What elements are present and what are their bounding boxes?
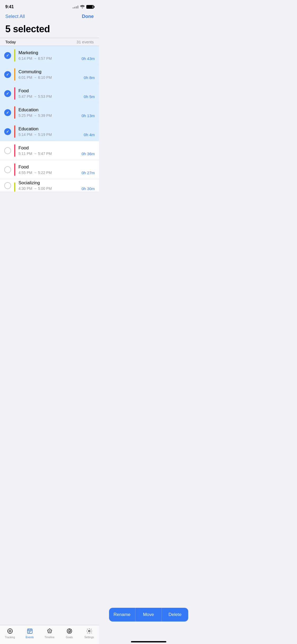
event-duration: 0h 36m [82,151,95,156]
section-label: Today [5,40,16,44]
event-name: Food [18,164,95,170]
event-info: Food4:55 PM → 5:22 PM0h 27m [18,164,95,175]
checkbox[interactable] [4,166,11,173]
list-item[interactable]: Food5:47 PM → 5:53 PM0h 5m [0,84,99,103]
color-bar [14,68,15,81]
color-bar [14,87,15,100]
list-item[interactable]: Education5:14 PM → 5:19 PM0h 4m [0,122,99,141]
color-bar [14,182,15,192]
event-name: Socializing [18,180,95,186]
event-info: Food5:11 PM → 5:47 PM0h 36m [18,145,95,156]
status-time: 9:41 [5,4,14,9]
color-bar [14,144,15,157]
event-info: Commuting6:01 PM → 6:10 PM0h 8m [18,69,95,80]
page-title: 5 selected [5,24,94,35]
event-time-range: 4:55 PM → 5:22 PM [18,171,52,175]
events-list: Marketing6:14 PM → 6:57 PM0h 43mCommutin… [0,46,99,192]
list-item[interactable]: Socializing4:30 PM → 5:00 PM0h 30m [0,179,99,192]
title-section: 5 selected [0,22,99,38]
list-item[interactable]: Food5:11 PM → 5:47 PM0h 36m [0,141,99,160]
event-info: Marketing6:14 PM → 6:57 PM0h 43m [18,50,95,61]
section-count: 31 events [77,40,94,44]
event-name: Food [18,88,95,94]
checkbox[interactable] [4,109,11,116]
event-name: Marketing [18,50,95,56]
event-duration: 0h 13m [82,113,95,118]
select-all-button[interactable]: Select All [5,14,25,19]
event-duration: 0h 4m [84,132,95,137]
event-name: Food [18,145,95,151]
header: Select All Done [0,12,99,22]
event-duration: 0h 5m [84,94,95,99]
wifi-icon [80,5,85,9]
done-button[interactable]: Done [82,14,94,19]
event-time-range: 5:11 PM → 5:47 PM [18,151,52,156]
event-info: Food5:47 PM → 5:53 PM0h 5m [18,88,95,99]
event-duration: 0h 27m [82,171,95,175]
event-time-row: 5:25 PM → 5:39 PM0h 13m [18,113,95,118]
checkbox[interactable] [4,147,11,154]
event-time-range: 5:14 PM → 5:19 PM [18,132,52,137]
event-time-row: 6:01 PM → 6:10 PM0h 8m [18,75,95,80]
checkbox[interactable] [4,52,11,59]
event-time-row: 4:55 PM → 5:22 PM0h 27m [18,171,95,175]
checkbox[interactable] [4,182,11,189]
checkbox[interactable] [4,90,11,97]
list-item[interactable]: Education5:25 PM → 5:39 PM0h 13m [0,103,99,122]
event-time-range: 6:01 PM → 6:10 PM [18,75,52,80]
event-info: Socializing4:30 PM → 5:00 PM0h 30m [18,180,95,191]
list-item[interactable]: Food4:55 PM → 5:22 PM0h 27m [0,160,99,179]
event-time-row: 5:14 PM → 5:19 PM0h 4m [18,132,95,137]
event-time-range: 6:14 PM → 6:57 PM [18,56,52,61]
checkbox[interactable] [4,71,11,78]
color-bar [14,106,15,119]
color-bar [14,163,15,176]
list-item[interactable]: Marketing6:14 PM → 6:57 PM0h 43m [0,46,99,65]
event-name: Education [18,126,95,132]
color-bar [14,49,15,62]
list-item[interactable]: Commuting6:01 PM → 6:10 PM0h 8m [0,65,99,84]
event-name: Education [18,107,95,113]
event-info: Education5:14 PM → 5:19 PM0h 4m [18,126,95,137]
event-time-row: 5:11 PM → 5:47 PM0h 36m [18,151,95,156]
section-header: Today 31 events [0,38,99,46]
event-time-range: 5:25 PM → 5:39 PM [18,113,52,118]
battery-icon [86,5,94,9]
event-duration: 0h 43m [82,56,95,61]
event-time-row: 5:47 PM → 5:53 PM0h 5m [18,94,95,99]
event-info: Education5:25 PM → 5:39 PM0h 13m [18,107,95,118]
status-bar: 9:41 [0,0,99,12]
event-time-range: 4:30 PM → 5:00 PM [18,186,52,191]
event-name: Commuting [18,69,95,75]
color-bar [14,125,15,138]
event-duration: 0h 8m [84,75,95,80]
event-duration: 0h 30m [82,186,95,191]
event-time-row: 4:30 PM → 5:00 PM0h 30m [18,186,95,191]
checkbox[interactable] [4,128,11,135]
event-time-range: 5:47 PM → 5:53 PM [18,94,52,99]
signal-icon [73,6,78,8]
status-icons [73,5,94,9]
event-time-row: 6:14 PM → 6:57 PM0h 43m [18,56,95,61]
